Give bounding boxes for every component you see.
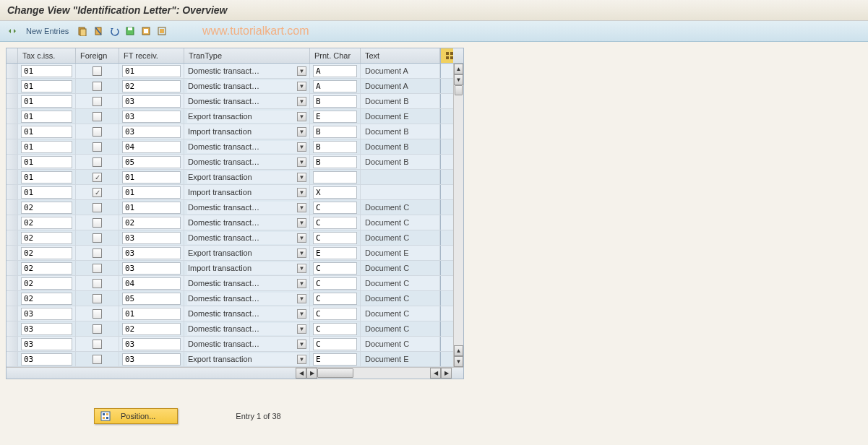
prnt-input[interactable] — [313, 293, 357, 305]
trantype-dropdown[interactable]: Domestic transact…▼ — [187, 156, 306, 168]
foreign-cell[interactable] — [76, 261, 119, 275]
foreign-checkbox[interactable] — [93, 324, 102, 334]
prnt-cell[interactable] — [310, 170, 361, 184]
tax-input[interactable] — [21, 232, 72, 244]
trantype-dropdown[interactable]: Export transaction▼ — [187, 111, 306, 123]
row-selector[interactable] — [7, 291, 18, 306]
scroll-down-button[interactable]: ▼ — [454, 74, 463, 85]
tax-cell[interactable] — [18, 306, 76, 321]
ft-input[interactable] — [122, 141, 181, 153]
ft-input[interactable] — [122, 353, 181, 366]
tax-cell[interactable] — [18, 276, 76, 290]
foreign-checkbox[interactable] — [93, 340, 102, 349]
prnt-cell[interactable] — [310, 306, 361, 321]
tax-input[interactable] — [21, 262, 72, 275]
trantype-cell[interactable]: Domestic transact…▼ — [184, 64, 310, 78]
delete-icon[interactable] — [92, 25, 105, 38]
save-icon[interactable] — [124, 25, 137, 38]
tax-input[interactable] — [21, 171, 72, 183]
ft-input[interactable] — [122, 126, 181, 138]
ft-cell[interactable] — [119, 291, 184, 306]
chevron-down-icon[interactable]: ▼ — [297, 340, 306, 349]
ft-input[interactable] — [122, 262, 181, 275]
ft-input[interactable] — [122, 323, 181, 335]
row-selector[interactable] — [7, 246, 18, 260]
trantype-cell[interactable]: Domestic transact…▼ — [184, 94, 310, 108]
foreign-checkbox[interactable] — [93, 82, 102, 91]
column-selector[interactable] — [7, 48, 18, 63]
ft-input[interactable] — [122, 95, 181, 108]
foreign-checkbox[interactable] — [93, 127, 102, 137]
foreign-checkbox[interactable] — [93, 112, 102, 121]
row-selector[interactable] — [7, 109, 18, 124]
column-config-icon[interactable] — [440, 48, 453, 63]
trantype-dropdown[interactable]: Domestic transact…▼ — [187, 293, 306, 305]
ft-cell[interactable] — [119, 215, 184, 230]
tax-cell[interactable] — [18, 185, 76, 199]
hscroll-thumb[interactable] — [317, 368, 353, 378]
ft-cell[interactable] — [119, 230, 184, 245]
foreign-checkbox[interactable] — [93, 173, 102, 182]
trantype-dropdown[interactable]: Export transaction▼ — [187, 353, 306, 366]
tax-cell[interactable] — [18, 352, 76, 366]
foreign-checkbox[interactable] — [93, 249, 102, 258]
row-selector[interactable] — [7, 200, 18, 215]
row-selector[interactable] — [7, 306, 18, 321]
prnt-input[interactable] — [313, 247, 357, 259]
trantype-cell[interactable]: Domestic transact…▼ — [184, 155, 310, 169]
tax-input[interactable] — [21, 156, 72, 168]
prnt-cell[interactable] — [310, 94, 361, 108]
scroll-up-button[interactable]: ▲ — [454, 64, 463, 74]
prnt-cell[interactable] — [310, 337, 361, 351]
chevron-down-icon[interactable]: ▼ — [297, 157, 306, 167]
row-selector[interactable] — [7, 64, 18, 78]
foreign-checkbox[interactable] — [93, 66, 102, 76]
foreign-cell[interactable] — [76, 109, 119, 124]
prnt-input[interactable] — [313, 353, 357, 366]
column-prnt-char[interactable]: Prnt. Char — [310, 48, 361, 63]
prnt-input[interactable] — [313, 141, 357, 153]
scroll-thumb[interactable] — [455, 85, 463, 95]
trantype-cell[interactable]: Domestic transact…▼ — [184, 276, 310, 290]
foreign-cell[interactable] — [76, 155, 119, 169]
ft-cell[interactable] — [119, 276, 184, 290]
trantype-dropdown[interactable]: Domestic transact…▼ — [187, 232, 306, 244]
prnt-cell[interactable] — [310, 185, 361, 199]
prnt-input[interactable] — [313, 126, 357, 138]
trantype-dropdown[interactable]: Domestic transact…▼ — [187, 95, 306, 108]
tax-input[interactable] — [21, 338, 72, 350]
trantype-dropdown[interactable]: Domestic transact…▼ — [187, 217, 306, 229]
ft-cell[interactable] — [119, 94, 184, 108]
foreign-cell[interactable] — [76, 170, 119, 184]
prnt-cell[interactable] — [310, 124, 361, 139]
row-selector[interactable] — [7, 94, 18, 108]
prnt-input[interactable] — [313, 111, 357, 123]
chevron-down-icon[interactable]: ▼ — [297, 264, 306, 273]
prnt-input[interactable] — [313, 232, 357, 244]
prnt-cell[interactable] — [310, 321, 361, 336]
ft-input[interactable] — [122, 217, 181, 229]
ft-input[interactable] — [122, 293, 181, 305]
scroll-right-button[interactable]: ▶ — [306, 368, 317, 379]
ft-cell[interactable] — [119, 246, 184, 260]
foreign-cell[interactable] — [76, 306, 119, 321]
prnt-cell[interactable] — [310, 261, 361, 275]
ft-cell[interactable] — [119, 337, 184, 351]
ft-input[interactable] — [122, 202, 181, 214]
prnt-input[interactable] — [313, 323, 357, 335]
foreign-cell[interactable] — [76, 352, 119, 366]
ft-input[interactable] — [122, 247, 181, 259]
tax-cell[interactable] — [18, 109, 76, 124]
ft-cell[interactable] — [119, 306, 184, 321]
prnt-cell[interactable] — [310, 230, 361, 245]
tax-input[interactable] — [21, 353, 72, 366]
position-button[interactable]: Position... — [94, 408, 178, 424]
trantype-dropdown[interactable]: Domestic transact…▼ — [187, 323, 306, 335]
prnt-cell[interactable] — [310, 246, 361, 260]
trantype-dropdown[interactable]: Domestic transact…▼ — [187, 338, 306, 350]
tax-input[interactable] — [21, 141, 72, 153]
trantype-cell[interactable]: Export transaction▼ — [184, 352, 310, 366]
select-all-icon[interactable] — [139, 25, 152, 38]
trantype-dropdown[interactable]: Domestic transact…▼ — [187, 65, 306, 77]
trantype-dropdown[interactable]: Import transaction▼ — [187, 262, 306, 275]
